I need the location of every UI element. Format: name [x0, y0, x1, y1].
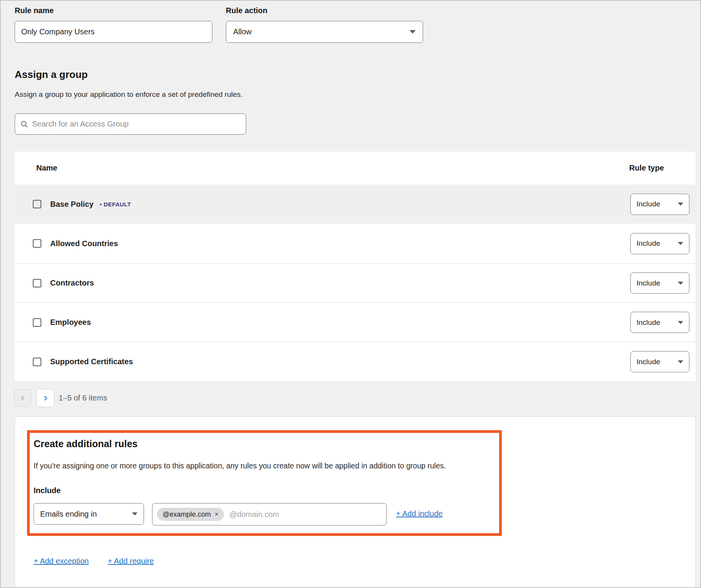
chevron-down-icon [678, 242, 683, 245]
add-require-link[interactable]: + Add require [108, 557, 154, 566]
rule-action-label: Rule action [226, 6, 268, 15]
chevron-down-icon [410, 30, 416, 34]
row-name: Contractors [50, 279, 94, 287]
row-name: Employees [50, 318, 91, 327]
table-header-row: Name Rule type [15, 152, 696, 184]
column-header-name: Name [36, 164, 57, 172]
rule-action-value: Allow [233, 27, 252, 36]
table-row: Supported Certificates Include [15, 342, 696, 381]
additional-rules-heading: Create additional rules [34, 438, 138, 449]
add-include-link[interactable]: + Add include [396, 509, 443, 518]
table-row: Allowed Countries Include [15, 224, 696, 263]
pagination-range-text: 1–5 of 6 items [59, 394, 107, 402]
rule-action-select[interactable]: Allow [226, 21, 423, 43]
rule-type-select[interactable]: Include [630, 312, 689, 333]
column-header-rule-type: Rule type [629, 164, 664, 172]
table-row: Contractors Include [15, 263, 696, 302]
row-checkbox[interactable] [33, 358, 41, 366]
chevron-down-icon [678, 360, 683, 363]
row-checkbox[interactable] [33, 279, 41, 287]
rule-type-value: Include [637, 358, 660, 366]
search-icon [20, 120, 28, 128]
email-chip-label: @example.com [163, 510, 211, 519]
rule-name-label: Rule name [15, 6, 54, 15]
access-groups-table: Name Rule type Base Policy • DEFAULT Inc… [15, 152, 696, 381]
table-row: Base Policy • DEFAULT Include [15, 184, 696, 224]
rule-type-select[interactable]: Include [630, 351, 689, 372]
rule-type-select[interactable]: Include [630, 194, 689, 215]
chevron-down-icon [132, 512, 137, 515]
chevron-right-icon [42, 395, 49, 401]
chevron-down-icon [678, 321, 683, 324]
email-domain-field[interactable] [229, 510, 382, 519]
condition-value: Emails ending in [40, 510, 97, 519]
additional-rules-description: If you're assigning one or more groups t… [34, 461, 493, 470]
pagination-prev-button[interactable] [14, 389, 31, 407]
assign-group-description: Assign a group to your application to en… [15, 90, 242, 99]
row-checkbox[interactable] [33, 239, 41, 248]
assign-group-heading: Assign a group [15, 69, 88, 81]
condition-select[interactable]: Emails ending in [34, 503, 144, 525]
rule-type-select[interactable]: Include [630, 233, 689, 254]
row-name: Supported Certificates [50, 357, 133, 366]
rule-type-value: Include [637, 318, 660, 327]
rule-type-value: Include [637, 239, 660, 248]
row-checkbox[interactable] [33, 318, 41, 327]
rule-type-value: Include [637, 200, 660, 208]
default-badge: • DEFAULT [100, 201, 131, 208]
email-domains-input[interactable]: @example.com × [152, 503, 387, 525]
row-name: Allowed Countries [50, 239, 118, 248]
chevron-left-icon [20, 395, 26, 401]
remove-chip-icon[interactable]: × [215, 511, 218, 517]
row-checkbox[interactable] [33, 200, 41, 208]
access-group-search[interactable] [15, 113, 246, 135]
rule-name-input[interactable] [15, 21, 212, 43]
chevron-down-icon [678, 203, 683, 206]
rule-editor-screen: Rule name Rule action Allow Assign a gro… [0, 0, 701, 588]
add-exception-link[interactable]: + Add exception [34, 557, 89, 566]
pagination-next-button[interactable] [36, 389, 54, 407]
chevron-down-icon [678, 282, 683, 285]
row-name: Base Policy [50, 200, 93, 209]
rule-type-value: Include [637, 279, 660, 287]
email-chip: @example.com × [157, 508, 224, 521]
table-row: Employees Include [15, 302, 696, 342]
include-label: Include [34, 486, 61, 495]
rule-type-select[interactable]: Include [630, 272, 689, 294]
search-input[interactable] [32, 120, 240, 128]
